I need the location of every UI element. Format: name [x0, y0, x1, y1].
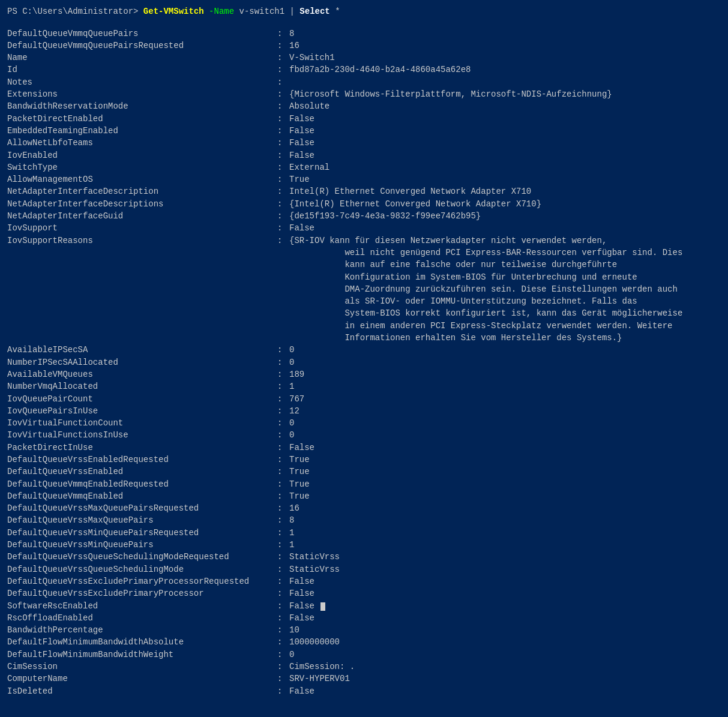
- row-key: DefaultFlowMinimumBandwidthWeight: [7, 649, 277, 661]
- row-key: DefaultQueueVmmqQueuePairsRequested: [7, 40, 277, 52]
- row-val: 0: [289, 356, 721, 368]
- row-val: {Intel(R) Ethernet Converged Network Ada…: [289, 198, 721, 210]
- table-row: NumberVmqAllocated : 1: [7, 380, 721, 392]
- row-sep: :: [277, 685, 289, 697]
- row-sep: :: [277, 185, 289, 197]
- row-val: 8: [289, 28, 721, 40]
- table-row: DefaultQueueVrssEnabledRequested : True: [7, 454, 721, 466]
- row-key: IovVirtualFunctionsInUse: [7, 429, 277, 441]
- row-sep: :: [277, 636, 289, 648]
- row-val: External: [289, 161, 721, 173]
- row-sep: :: [277, 198, 289, 210]
- row-key: NumberVmqAllocated: [7, 380, 277, 392]
- row-val: {de15f193-7c49-4e3a-9832-f99ee7462b95}: [289, 210, 721, 222]
- row-key: DefaultQueueVrssMaxQueuePairs: [7, 514, 277, 526]
- row-sep: :: [277, 380, 289, 392]
- row-key: DefaultQueueVrssMaxQueuePairsRequested: [7, 502, 277, 514]
- row-sep: :: [277, 28, 289, 40]
- row-sep: :: [277, 52, 289, 64]
- row-val: 0: [289, 649, 721, 661]
- table-row: DefaultFlowMinimumBandwidthAbsolute : 10…: [7, 636, 721, 648]
- table-row: DefaultQueueVrssMaxQueuePairs : 8: [7, 514, 721, 526]
- row-sep: :: [277, 649, 289, 661]
- row-val: False: [289, 149, 721, 161]
- row-val: False: [289, 442, 721, 454]
- table-row: NetAdapterInterfaceDescription : Intel(R…: [7, 185, 721, 197]
- terminal-cursor: [320, 602, 325, 611]
- table-row: IovSupportReasons : {SR-IOV kann für die…: [7, 235, 721, 344]
- row-val: True: [289, 478, 721, 490]
- table-row: Id : fbd87a2b-230d-4640-b2a4-4860a45a62e…: [7, 64, 721, 76]
- row-key: DefaultQueueVrssEnabledRequested: [7, 454, 277, 466]
- row-key: ComputerName: [7, 673, 277, 685]
- row-sep: :: [277, 478, 289, 490]
- row-val: 1: [289, 539, 721, 551]
- row-sep: :: [277, 113, 289, 125]
- row-key: NetAdapterInterfaceGuid: [7, 210, 277, 222]
- row-sep: :: [277, 222, 289, 234]
- row-key: DefaultQueueVrssQueueSchedulingMode: [7, 563, 277, 575]
- row-sep: :: [277, 161, 289, 173]
- row-val: 767: [289, 393, 721, 405]
- row-key: NetAdapterInterfaceDescription: [7, 185, 277, 197]
- row-val: False: [289, 113, 721, 125]
- row-sep: :: [277, 454, 289, 466]
- row-val: 16: [289, 502, 721, 514]
- row-sep: :: [277, 539, 289, 551]
- row-sep: :: [277, 514, 289, 526]
- row-val: False: [289, 685, 721, 697]
- row-key: IovQueuePairCount: [7, 393, 277, 405]
- row-key: BandwidthReservationMode: [7, 100, 277, 112]
- row-key: PacketDirectEnabled: [7, 113, 277, 125]
- table-row: DefaultFlowMinimumBandwidthWeight : 0: [7, 649, 721, 661]
- row-key: EmbeddedTeamingEnabled: [7, 125, 277, 137]
- row-val: [289, 76, 721, 88]
- row-val: 0: [289, 344, 721, 356]
- row-val: False: [289, 575, 721, 587]
- row-sep: :: [277, 100, 289, 112]
- row-sep: :: [277, 149, 289, 161]
- row-key: AvailableIPSecSA: [7, 344, 277, 356]
- table-row: Name : V-Switch1: [7, 52, 721, 64]
- row-key: IovEnabled: [7, 149, 277, 161]
- table-row: SwitchType : External: [7, 161, 721, 173]
- row-key: AvailableVMQueues: [7, 368, 277, 380]
- row-key: DefaultQueueVmmqEnabledRequested: [7, 478, 277, 490]
- row-val: Intel(R) Ethernet Converged Network Adap…: [289, 185, 721, 197]
- row-val: 189: [289, 368, 721, 380]
- row-sep: :: [277, 429, 289, 441]
- row-sep: :: [277, 612, 289, 624]
- row-sep: :: [277, 393, 289, 405]
- star: *: [330, 7, 340, 16]
- table-row: Extensions : {Microsoft Windows-Filterpl…: [7, 88, 721, 100]
- row-val: 1: [289, 527, 721, 539]
- row-key: Extensions: [7, 88, 277, 100]
- row-sep: :: [277, 344, 289, 356]
- table-row: IovVirtualFunctionCount : 0: [7, 417, 721, 429]
- row-val: 12: [289, 405, 721, 417]
- row-key: DefaultQueueVmmqQueuePairs: [7, 28, 277, 40]
- row-sep: :: [277, 563, 289, 575]
- row-val: StaticVrss: [289, 551, 721, 563]
- table-row: NumberIPSecSAAllocated : 0: [7, 356, 721, 368]
- row-sep: :: [277, 587, 289, 599]
- row-sep: :: [277, 673, 289, 685]
- row-val: SRV-HYPERV01: [289, 673, 721, 685]
- row-val: {SR-IOV kann für diesen Netzwerkadapter …: [289, 235, 721, 344]
- row-val: 1000000000: [289, 636, 721, 648]
- table-row: NetAdapterInterfaceGuid : {de15f193-7c49…: [7, 210, 721, 222]
- row-key: DefaultQueueVmmqEnabled: [7, 490, 277, 502]
- row-sep: :: [277, 405, 289, 417]
- row-val: Absolute: [289, 100, 721, 112]
- row-val: False: [289, 125, 721, 137]
- row-key: DefaultQueueVrssEnabled: [7, 466, 277, 478]
- row-val: True: [289, 466, 721, 478]
- row-val: 0: [289, 417, 721, 429]
- prompt-text: PS C:\Users\Administrator>: [7, 7, 143, 16]
- row-val: 1: [289, 380, 721, 392]
- row-sep: :: [277, 551, 289, 563]
- row-key: DefaultQueueVrssExcludePrimaryProcessorR…: [7, 575, 277, 587]
- row-sep: :: [277, 575, 289, 587]
- row-val: 0: [289, 429, 721, 441]
- row-val: True: [289, 490, 721, 502]
